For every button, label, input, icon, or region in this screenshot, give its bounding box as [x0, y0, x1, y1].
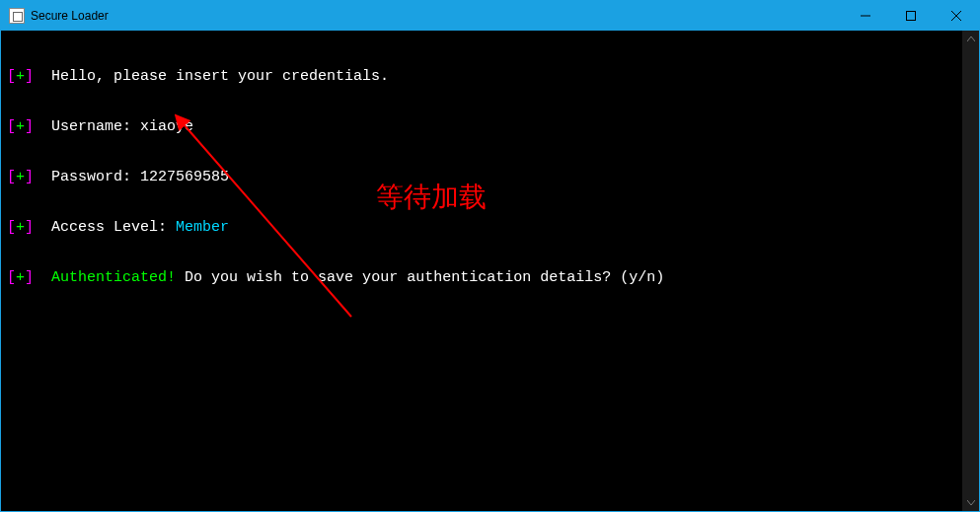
console-line: [+] Username: xiaoye — [7, 118, 973, 135]
app-icon — [9, 8, 25, 24]
titlebar[interactable]: Secure Loader — [1, 1, 979, 31]
console-area[interactable]: [+] Hello, please insert your credential… — [1, 31, 979, 511]
maximize-icon — [906, 11, 916, 21]
window-title: Secure Loader — [31, 9, 843, 23]
console-line: [+] Authenticated! Do you wish to save y… — [7, 269, 973, 286]
vertical-scrollbar[interactable] — [962, 31, 979, 511]
chevron-down-icon — [967, 500, 975, 505]
console-line: [+] Hello, please insert your credential… — [7, 68, 973, 85]
maximize-button[interactable] — [888, 1, 934, 31]
console-line: [+] Access Level: Member — [7, 219, 973, 236]
minimize-button[interactable] — [843, 1, 888, 31]
scroll-up-button[interactable] — [962, 31, 979, 47]
console-output: [+] Hello, please insert your credential… — [1, 31, 979, 324]
console-line: [+] Password: 1227569585 — [7, 169, 973, 185]
chevron-up-icon — [967, 37, 975, 41]
window-controls — [843, 1, 979, 31]
close-icon — [951, 11, 961, 21]
svg-rect-1 — [907, 12, 916, 21]
scroll-down-button[interactable] — [962, 494, 979, 511]
window: Secure Loader [+] Hello, please insert y… — [0, 0, 980, 512]
minimize-icon — [861, 11, 870, 21]
close-button[interactable] — [934, 1, 979, 31]
